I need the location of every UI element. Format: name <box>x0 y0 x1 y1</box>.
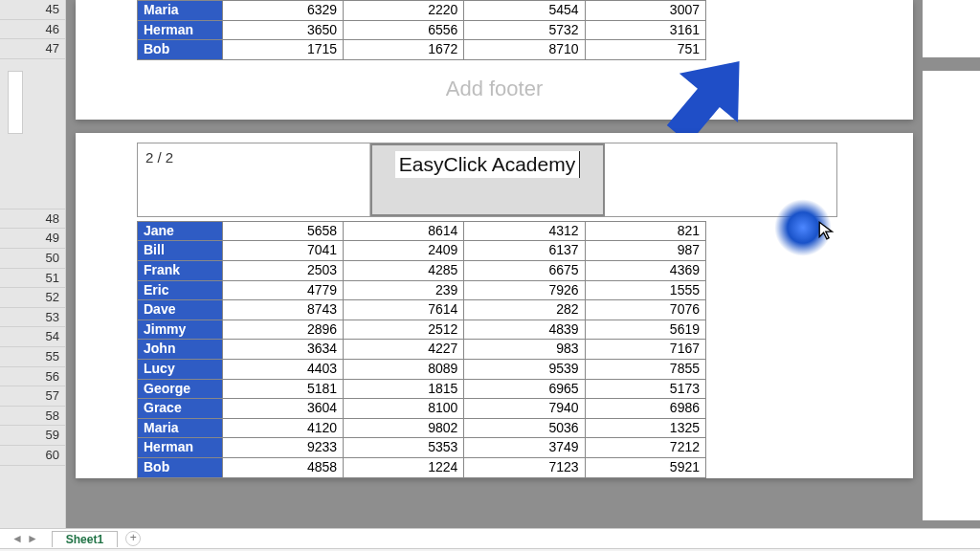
table-row[interactable]: Bob171516728710751 <box>138 40 706 60</box>
value-cell[interactable]: 9233 <box>222 438 343 458</box>
value-cell[interactable]: 3749 <box>464 438 585 458</box>
value-cell[interactable]: 5454 <box>464 1 585 21</box>
row-header[interactable]: 50 <box>0 249 65 269</box>
value-cell[interactable]: 3604 <box>222 399 343 419</box>
table-row[interactable]: Bob4858122471235921 <box>138 457 706 477</box>
row-header[interactable]: 59 <box>0 426 65 446</box>
sheet-tab[interactable]: Sheet1 <box>52 531 118 547</box>
row-header[interactable]: 47 <box>0 39 65 59</box>
value-cell[interactable]: 8089 <box>344 359 464 379</box>
name-cell[interactable]: Eric <box>138 280 223 300</box>
value-cell[interactable]: 1815 <box>344 379 464 399</box>
row-header[interactable]: 46 <box>0 20 65 40</box>
value-cell[interactable]: 6329 <box>222 1 343 21</box>
sheet-nav-prev-icon[interactable]: ◄ <box>11 532 23 545</box>
value-cell[interactable]: 8710 <box>464 40 585 60</box>
table-row[interactable]: Herman3650655657323161 <box>138 20 706 40</box>
name-cell[interactable]: Grace <box>138 399 223 419</box>
add-sheet-button[interactable]: + <box>125 531 141 546</box>
value-cell[interactable]: 7123 <box>464 457 585 477</box>
value-cell[interactable]: 8100 <box>344 399 464 419</box>
header-section[interactable]: 2 / 2 EasyClick Academy <box>137 143 837 217</box>
name-cell[interactable]: Herman <box>138 20 223 40</box>
value-cell[interactable]: 5036 <box>464 418 585 438</box>
value-cell[interactable]: 4858 <box>222 457 343 477</box>
table-row[interactable]: Grace3604810079406986 <box>138 399 706 419</box>
value-cell[interactable]: 2220 <box>344 1 464 21</box>
value-cell[interactable]: 3650 <box>222 20 343 40</box>
value-cell[interactable]: 9802 <box>344 418 464 438</box>
name-cell[interactable]: Jane <box>138 221 223 241</box>
table-row[interactable]: Maria6329222054543007 <box>138 1 706 21</box>
value-cell[interactable]: 5619 <box>585 320 705 340</box>
name-cell[interactable]: Maria <box>138 418 223 438</box>
name-cell[interactable]: Bob <box>138 40 223 60</box>
row-header[interactable]: 53 <box>0 308 65 328</box>
value-cell[interactable]: 6965 <box>464 379 585 399</box>
value-cell[interactable]: 2409 <box>344 241 464 261</box>
value-cell[interactable]: 7855 <box>585 359 705 379</box>
name-cell[interactable]: George <box>138 379 223 399</box>
value-cell[interactable]: 7614 <box>344 300 464 320</box>
value-cell[interactable]: 1224 <box>344 457 464 477</box>
name-cell[interactable]: Bob <box>138 457 223 477</box>
value-cell[interactable]: 6986 <box>585 399 705 419</box>
value-cell[interactable]: 4312 <box>464 221 585 241</box>
table-row[interactable]: Jimmy2896251248395619 <box>138 320 706 340</box>
value-cell[interactable]: 5181 <box>222 379 343 399</box>
table-row[interactable]: Frank2503428566754369 <box>138 260 706 280</box>
row-header[interactable]: 52 <box>0 288 65 308</box>
value-cell[interactable]: 4227 <box>344 340 464 360</box>
value-cell[interactable]: 4839 <box>464 320 585 340</box>
value-cell[interactable]: 1555 <box>585 280 705 300</box>
value-cell[interactable]: 7926 <box>464 280 585 300</box>
value-cell[interactable]: 5353 <box>344 438 464 458</box>
value-cell[interactable]: 1325 <box>585 418 705 438</box>
value-cell[interactable]: 7076 <box>585 300 705 320</box>
value-cell[interactable]: 5921 <box>585 457 705 477</box>
value-cell[interactable]: 5173 <box>585 379 705 399</box>
value-cell[interactable]: 3161 <box>585 20 705 40</box>
row-header[interactable]: 55 <box>0 347 65 367</box>
value-cell[interactable]: 4369 <box>585 260 705 280</box>
header-center[interactable]: EasyClick Academy <box>370 143 606 216</box>
table-row[interactable]: George5181181569655173 <box>138 379 706 399</box>
name-cell[interactable]: John <box>138 340 223 360</box>
table-row[interactable]: Lucy4403808995397855 <box>138 359 706 379</box>
value-cell[interactable]: 1715 <box>222 40 343 60</box>
value-cell[interactable]: 2503 <box>222 260 343 280</box>
name-cell[interactable]: Frank <box>138 260 223 280</box>
value-cell[interactable]: 7940 <box>464 399 585 419</box>
value-cell[interactable]: 239 <box>344 280 464 300</box>
table-row[interactable]: John363442279837167 <box>138 340 706 360</box>
value-cell[interactable]: 983 <box>464 340 585 360</box>
value-cell[interactable]: 5732 <box>464 20 585 40</box>
page-layout-canvas[interactable]: Maria6329222054543007Herman3650655657323… <box>66 0 923 528</box>
value-cell[interactable]: 6556 <box>344 20 464 40</box>
name-cell[interactable]: Bill <box>138 241 223 261</box>
table-row[interactable]: Dave874376142827076 <box>138 300 706 320</box>
data-table-page2[interactable]: Jane565886144312821Bill704124096137987Fr… <box>137 221 706 478</box>
table-row[interactable]: Bill704124096137987 <box>138 241 706 261</box>
value-cell[interactable]: 8614 <box>344 221 464 241</box>
sheet-tab-bar[interactable]: ◄ ► Sheet1 + <box>0 528 980 548</box>
value-cell[interactable]: 2512 <box>344 320 464 340</box>
value-cell[interactable]: 7041 <box>222 241 343 261</box>
name-cell[interactable]: Jimmy <box>138 320 223 340</box>
row-header[interactable]: 51 <box>0 269 65 289</box>
value-cell[interactable]: 7167 <box>585 340 705 360</box>
value-cell[interactable]: 3634 <box>222 340 343 360</box>
value-cell[interactable]: 4285 <box>344 260 464 280</box>
name-cell[interactable]: Lucy <box>138 359 223 379</box>
value-cell[interactable]: 5658 <box>222 221 343 241</box>
row-header[interactable]: 54 <box>0 327 65 347</box>
value-cell[interactable]: 2896 <box>222 320 343 340</box>
table-row[interactable]: Herman9233535337497212 <box>138 438 706 458</box>
header-left[interactable]: 2 / 2 <box>138 143 370 216</box>
value-cell[interactable]: 987 <box>585 241 705 261</box>
name-cell[interactable]: Herman <box>138 438 223 458</box>
value-cell[interactable]: 4779 <box>222 280 343 300</box>
name-cell[interactable]: Dave <box>138 300 223 320</box>
row-header[interactable]: 58 <box>0 407 65 427</box>
table-row[interactable]: Jane565886144312821 <box>138 221 706 241</box>
